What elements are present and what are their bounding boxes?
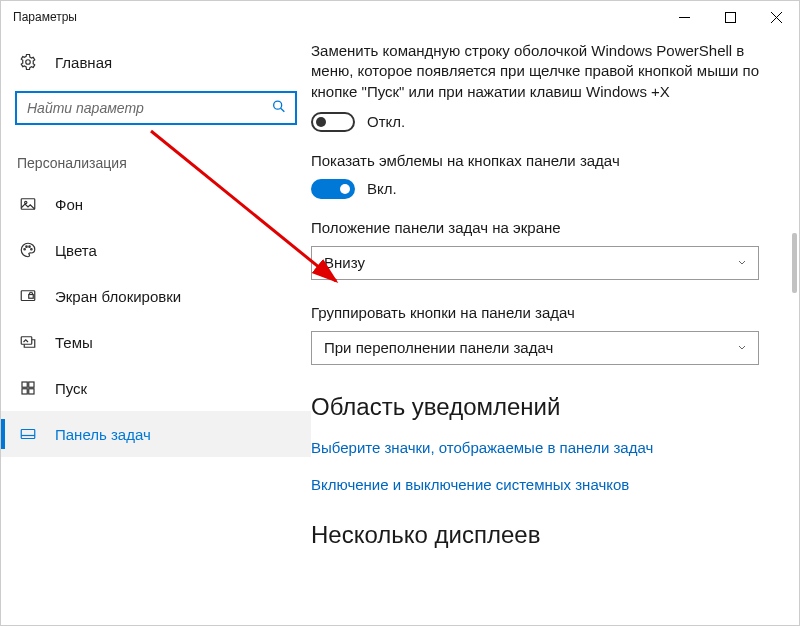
- search-icon: [271, 99, 287, 118]
- sidebar-item-start[interactable]: Пуск: [1, 365, 311, 411]
- badges-label: Показать эмблемы на кнопках панели задач: [311, 152, 759, 169]
- badges-toggle[interactable]: [311, 179, 355, 199]
- window-title: Параметры: [13, 10, 661, 24]
- position-combobox[interactable]: Внизу: [311, 246, 759, 280]
- search-input[interactable]: Найти параметр: [15, 91, 297, 125]
- sidebar-item-taskbar[interactable]: Панель задач: [1, 411, 311, 457]
- sidebar-item-colors[interactable]: Цвета: [1, 227, 311, 273]
- group-combobox[interactable]: При переполнении панели задач: [311, 331, 759, 365]
- group-value: При переполнении панели задач: [324, 339, 553, 356]
- toggle-on-label: Вкл.: [367, 180, 397, 197]
- sidebar-item-label: Панель задач: [55, 426, 151, 443]
- close-button[interactable]: [753, 1, 799, 33]
- content-pane: Заменить командную строку оболочкой Wind…: [311, 33, 799, 625]
- svg-rect-14: [29, 295, 34, 299]
- position-label: Положение панели задач на экране: [311, 219, 759, 236]
- powershell-description: Заменить командную строку оболочкой Wind…: [311, 41, 759, 102]
- svg-point-9: [24, 249, 26, 251]
- image-icon: [19, 195, 37, 213]
- scrollbar-thumb[interactable]: [792, 233, 797, 293]
- themes-icon: [19, 333, 37, 351]
- svg-rect-18: [22, 389, 27, 394]
- maximize-button[interactable]: [707, 1, 753, 33]
- toggle-off-label: Откл.: [367, 113, 405, 130]
- palette-icon: [19, 241, 37, 259]
- sidebar-item-label: Пуск: [55, 380, 87, 397]
- start-icon: [19, 379, 37, 397]
- svg-line-6: [281, 108, 285, 112]
- sidebar-item-label: Экран блокировки: [55, 288, 181, 305]
- window-titlebar: Параметры: [1, 1, 799, 33]
- search-placeholder: Найти параметр: [27, 100, 144, 116]
- sidebar: Главная Найти параметр Персонализация Фо…: [1, 33, 311, 625]
- multiple-displays-heading: Несколько дисплеев: [311, 521, 759, 549]
- position-value: Внизу: [324, 254, 365, 271]
- notification-area-heading: Область уведомлений: [311, 393, 759, 421]
- lock-screen-icon: [19, 287, 37, 305]
- sidebar-item-lockscreen[interactable]: Экран блокировки: [1, 273, 311, 319]
- gear-icon: [19, 53, 37, 71]
- svg-rect-19: [29, 389, 34, 394]
- chevron-down-icon: [736, 339, 748, 356]
- select-icons-link[interactable]: Выберите значки, отображаемые в панели з…: [311, 439, 759, 456]
- sidebar-section-label: Персонализация: [1, 133, 311, 181]
- svg-rect-17: [29, 382, 34, 387]
- svg-rect-16: [22, 382, 27, 387]
- taskbar-icon: [19, 425, 37, 443]
- system-icons-link[interactable]: Включение и выключение системных значков: [311, 476, 759, 493]
- svg-point-5: [274, 101, 282, 109]
- minimize-button[interactable]: [661, 1, 707, 33]
- powershell-toggle[interactable]: [311, 112, 355, 132]
- home-nav[interactable]: Главная: [1, 43, 311, 81]
- sidebar-item-background[interactable]: Фон: [1, 181, 311, 227]
- svg-rect-20: [21, 430, 35, 439]
- sidebar-item-label: Цвета: [55, 242, 97, 259]
- sidebar-item-label: Темы: [55, 334, 93, 351]
- home-label: Главная: [55, 54, 112, 71]
- chevron-down-icon: [736, 254, 748, 271]
- svg-point-11: [29, 246, 31, 248]
- sidebar-item-label: Фон: [55, 196, 83, 213]
- group-label: Группировать кнопки на панели задач: [311, 304, 759, 321]
- svg-point-10: [26, 246, 28, 248]
- svg-point-12: [31, 249, 33, 251]
- svg-rect-1: [725, 12, 735, 22]
- sidebar-item-themes[interactable]: Темы: [1, 319, 311, 365]
- svg-point-4: [26, 60, 31, 65]
